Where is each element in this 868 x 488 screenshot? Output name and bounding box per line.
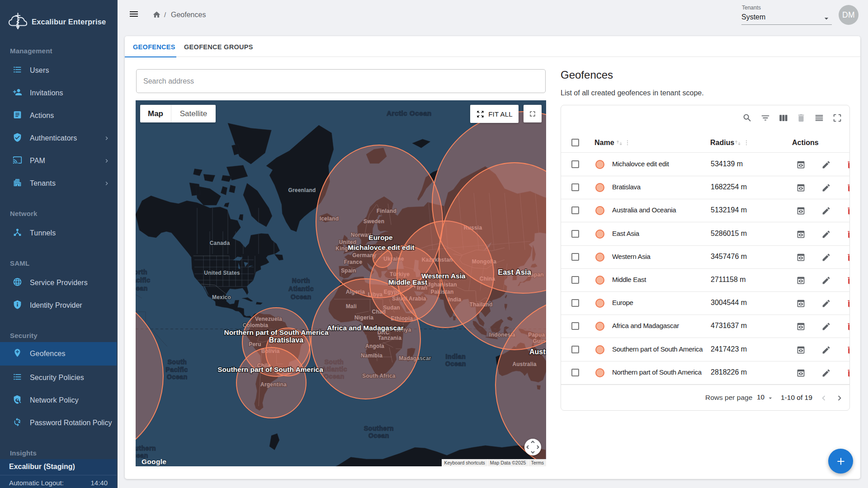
svg-text:Mexico: Mexico <box>212 294 231 300</box>
svg-text:Northern part of South America: Northern part of South America <box>224 328 328 336</box>
svg-text:North: North <box>292 277 310 284</box>
svg-text:Bratislava: Bratislava <box>269 336 304 344</box>
svg-text:Southern: Southern <box>364 425 394 432</box>
svg-text:South: South <box>168 358 187 366</box>
svg-text:United States: United States <box>204 270 240 276</box>
svg-text:Ocean: Ocean <box>291 293 311 300</box>
svg-text:Western Asia: Western Asia <box>421 272 466 280</box>
svg-text:Middle East: Middle East <box>388 278 427 286</box>
svg-text:Ocean: Ocean <box>445 360 466 367</box>
svg-text:Arctic Ocean: Arctic Ocean <box>387 109 432 117</box>
svg-text:Pacific: Pacific <box>165 366 188 373</box>
svg-text:Southern part of South America: Southern part of South America <box>217 366 323 373</box>
svg-text:Atlantic: Atlantic <box>288 285 314 292</box>
svg-text:Southern: Southern <box>136 445 156 452</box>
svg-text:North: North <box>136 268 147 276</box>
svg-text:Ocean: Ocean <box>167 373 188 380</box>
svg-text:Africa and Madagascar: Africa and Madagascar <box>327 324 404 332</box>
svg-text:Pacific: Pacific <box>136 277 151 284</box>
svg-text:Indian: Indian <box>446 353 466 360</box>
svg-text:Michalovce edit edit: Michalovce edit edit <box>348 244 414 251</box>
svg-text:Canada: Canada <box>210 240 230 246</box>
svg-text:Ocean: Ocean <box>368 432 389 439</box>
svg-text:Ocean: Ocean <box>136 285 148 292</box>
svg-text:Australia and Oceania: Australia and Oceania <box>529 348 546 356</box>
svg-text:Europe: Europe <box>368 234 393 241</box>
svg-text:Greenland: Greenland <box>288 187 316 193</box>
svg-text:East Asia: East Asia <box>498 268 532 276</box>
